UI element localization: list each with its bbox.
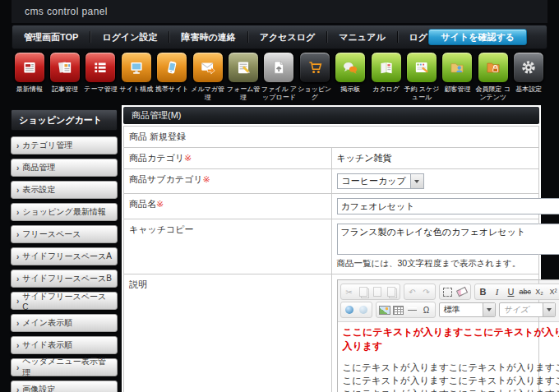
monitor-icon [121,52,152,83]
app-logo: cms control panel [12,0,547,23]
module-catalog[interactable]: カタログ [368,49,404,104]
horizontal-rule-icon[interactable] [406,303,419,316]
nav-login-settings[interactable]: ログイン設定 [90,26,169,48]
field-label: 商品名 [129,199,156,209]
module-bbs[interactable]: 掲示板 [333,49,368,104]
page-title: 商品管理(M) [123,107,539,124]
sidebar-item-main-display-order[interactable]: ›メイン表示順 [11,314,118,332]
sidebar-item-label: フリースペース [22,228,81,240]
undo-icon[interactable]: ↶ [406,285,419,298]
format-dropdown[interactable]: 標準 [439,302,496,317]
unlink-icon[interactable] [357,303,370,316]
dropdown-button[interactable] [410,174,423,188]
paste-icon[interactable] [371,285,384,298]
sidebar-item-label: 商品管理 [22,162,55,173]
module-label: 掲示板 [331,85,369,94]
sidebar-item-label: サイドフリースペースC [22,291,112,311]
strikethrough-button[interactable]: abc [519,285,533,298]
image-icon[interactable] [378,303,391,316]
nav-trouble-contact[interactable]: 障害時の連絡 [169,26,247,48]
category-value-cell: キッチン雑貨 [331,148,539,169]
site-confirm-button[interactable]: サイトを確認する [428,29,527,45]
sidebar-item-image-settings[interactable]: ›画像設定 [11,380,118,392]
module-site-structure[interactable]: サイト構成 [118,49,154,104]
subcategory-value-cell: コーヒーカップ [331,169,539,194]
chevron-right-icon: › [16,363,19,372]
sidebar-item-header-menu[interactable]: ›ヘッダメニュー表示管理 [11,358,118,376]
module-icon-bar: 最新情報 記事管理 テーマ管理 サイト構成 携帯サイト メルマガ管理 フォー [12,49,547,104]
module-reservation[interactable]: 予約 スケジュール [404,49,439,104]
module-forms[interactable]: フォーム管理 [225,49,261,104]
paste-from-word-icon[interactable] [385,285,398,298]
superscript-button[interactable]: X² [547,285,559,298]
toolbar-row-2: Ω 標準 サイズ A▾ [340,302,559,318]
module-articles[interactable]: 記事管理 [47,49,82,104]
module-shopping[interactable]: ショッピング [297,49,332,104]
nav-manual[interactable]: マニュアル [327,26,396,48]
bold-button[interactable]: B [477,285,490,298]
link-icon[interactable] [343,303,356,316]
module-themes[interactable]: テーマ管理 [83,49,118,104]
sidebar-item-label: ヘッダメニュー表示管理 [22,356,112,379]
module-mobile-site[interactable]: 携帯サイト [155,49,190,104]
link-group [340,302,372,318]
module-label: フォーム管理 [224,85,262,101]
special-char-icon[interactable]: Ω [420,303,433,316]
sidebar: ショッピングカート ›カテゴリ管理 ›商品管理 ›表示設定 ›ショッピング最新情… [11,109,118,392]
cut-icon[interactable]: ✂ [343,285,356,298]
sidebar-item-display-settings[interactable]: ›表示設定 [11,181,118,199]
product-form: 商品 新規登録 商品カテゴリ※ キッチン雑貨 商品サブカテゴリ※ コーヒーカップ… [123,126,539,392]
copy-icon[interactable] [357,285,370,298]
module-label: サイト構成 [118,85,155,94]
size-dropdown-value: サイズ [500,303,543,316]
subscript-button[interactable]: X₂ [533,285,546,298]
module-customers[interactable]: 顧客管理 [440,49,475,104]
catch-copy-textarea[interactable]: フランス製のキレイな色のカフェオレセット [338,224,559,254]
editor-content[interactable]: ここにテキストが入りますここにテキストが入りますここにテキストが入ります こにテ… [338,322,559,392]
module-members-only[interactable]: 会員限定 コンテンツ [475,49,510,104]
underline-button[interactable]: U [505,285,518,298]
category-value: キッチン雑貨 [337,153,392,163]
module-mail-magazine[interactable]: メルマガ管理 [190,49,225,104]
dropdown-button[interactable] [483,303,495,316]
select-all-icon[interactable] [441,285,455,298]
size-dropdown[interactable]: サイズ [499,302,556,317]
dropdown-button[interactable] [543,303,555,316]
required-mark: ※ [156,199,164,209]
sidebar-item-products[interactable]: ›商品管理 [11,159,118,177]
sidebar-item-side-free-space-a[interactable]: ›サイドフリースペースA [11,247,118,265]
module-latest-news[interactable]: 最新情報 [12,49,47,104]
field-label: キャッチコピー [129,224,194,234]
category-label-cell: 商品カテゴリ※ [124,148,332,169]
editor-body: ここにテキストが入りますここにテキストが入りますここにテキストが入ります こにテ… [338,322,559,392]
product-name-input[interactable] [337,198,559,214]
sidebar-item-side-free-space-c[interactable]: ›サイドフリースペースC [11,292,118,310]
chevron-right-icon: › [16,186,19,195]
sidebar-item-side-free-space-b[interactable]: ›サイドフリースペースB [11,270,118,288]
sidebar-item-free-space[interactable]: ›フリースペース [11,225,118,243]
nav-access-log[interactable]: アクセスログ [248,26,327,48]
remove-format-icon[interactable] [455,285,469,298]
table-icon[interactable] [392,303,405,316]
italic-button[interactable]: I [491,285,504,298]
chevron-right-icon: › [16,164,19,173]
editor-headline: ここにテキストが入りますここにテキストが入りますここにテキストが入ります [343,325,559,353]
module-label: 予約 スケジュール [403,85,441,101]
module-label: 最新情報 [11,85,49,94]
main-nav: 管理画面TOP ログイン設定 障害時の連絡 アクセスログ マニュアル ログアウト… [12,25,547,49]
product-name-label-cell: 商品名※ [124,194,332,219]
module-label: 顧客管理 [438,85,476,94]
subcategory-select[interactable]: コーヒーカップ [337,173,424,189]
sidebar-item-shopping-news[interactable]: ›ショッピング最新情報 [11,203,118,221]
field-label: 商品サブカテゴリ [129,174,203,184]
sidebar-item-side-display-order[interactable]: ›サイド表示順 [11,336,118,354]
list-icon [85,52,116,83]
module-basic-settings[interactable]: 基本設定 [510,49,546,104]
module-file-upload[interactable]: ファイル アップロード [261,49,297,104]
chat-bubbles-icon [335,52,366,83]
redo-icon[interactable]: ↷ [420,285,433,298]
nav-admin-top[interactable]: 管理画面TOP [12,26,90,48]
sidebar-item-label: サイド表示順 [22,339,72,351]
sidebar-item-categories[interactable]: ›カテゴリ管理 [11,136,118,154]
catalog-icon [371,52,402,83]
